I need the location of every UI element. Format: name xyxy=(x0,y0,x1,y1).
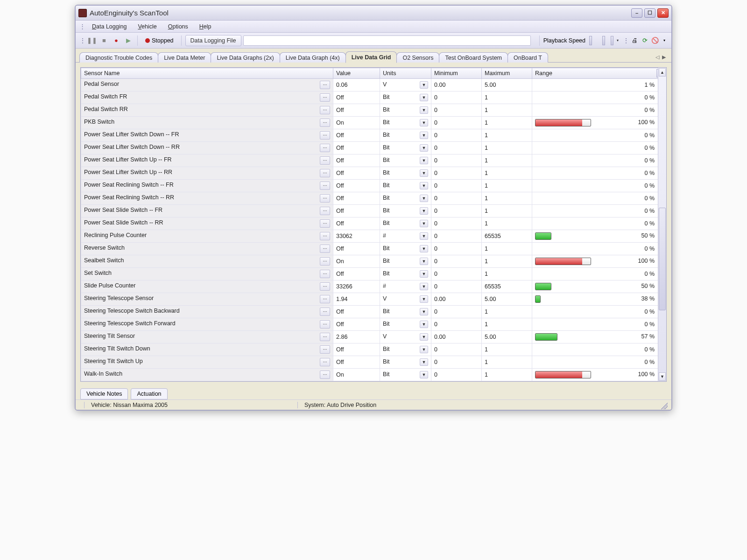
play-button[interactable]: ▶ xyxy=(123,36,134,45)
table-row[interactable]: Slide Pulse Counter···33266#▼06553550 % xyxy=(81,280,666,293)
table-row[interactable]: Sealbelt Switch···OnBit▼01100 % xyxy=(81,255,666,268)
menu-data-logging[interactable]: Data Logging xyxy=(87,22,131,31)
tab-live-data-grid[interactable]: Live Data Grid xyxy=(345,51,397,63)
table-row[interactable]: Set Switch···OffBit▼010 % xyxy=(81,268,666,280)
units-dropdown-icon[interactable]: ▼ xyxy=(420,144,428,152)
tab-live-data-graphs-2x-[interactable]: Live Data Graphs (2x) xyxy=(211,52,280,63)
scroll-down-icon[interactable]: ▼ xyxy=(659,372,666,381)
col-header-units[interactable]: Units xyxy=(380,68,431,79)
scroll-thumb[interactable] xyxy=(659,208,666,310)
tab-test-onboard-system[interactable]: Test OnBoard System xyxy=(439,52,508,63)
menu-options[interactable]: Options xyxy=(163,22,193,31)
stop-button[interactable]: ■ xyxy=(99,36,109,45)
units-dropdown-icon[interactable]: ▼ xyxy=(420,283,428,290)
tab-live-data-graph-4x-[interactable]: Live Data Graph (4x) xyxy=(280,52,346,63)
row-options-button[interactable]: ··· xyxy=(320,106,330,114)
row-options-button[interactable]: ··· xyxy=(320,182,330,190)
row-options-button[interactable]: ··· xyxy=(320,81,330,89)
table-row[interactable]: Power Seat Lifter Switch Up -- FR···OffB… xyxy=(81,154,666,167)
record-button[interactable]: ● xyxy=(111,36,121,45)
units-dropdown-icon[interactable]: ▼ xyxy=(420,106,428,114)
maximize-button[interactable]: ☐ xyxy=(644,8,655,18)
units-dropdown-icon[interactable]: ▼ xyxy=(420,308,428,315)
units-dropdown-icon[interactable]: ▼ xyxy=(420,94,428,101)
units-dropdown-icon[interactable]: ▼ xyxy=(420,220,428,227)
table-row[interactable]: Steering Tilt Switch Down···OffBit▼010 % xyxy=(81,343,666,356)
units-dropdown-icon[interactable]: ▼ xyxy=(420,371,428,378)
tab-scroll-right-icon[interactable]: ▶ xyxy=(662,54,666,60)
units-dropdown-icon[interactable]: ▼ xyxy=(420,258,428,265)
units-dropdown-icon[interactable]: ▼ xyxy=(420,157,428,164)
table-row[interactable]: Pedal Switch FR···OffBit▼010 % xyxy=(81,91,666,104)
print-icon[interactable]: 🖨 xyxy=(630,36,639,45)
row-options-button[interactable]: ··· xyxy=(320,93,330,102)
scroll-up-icon[interactable]: ▲ xyxy=(659,68,666,77)
row-options-button[interactable]: ··· xyxy=(320,219,330,228)
vertical-scrollbar[interactable]: ▲ ▼ xyxy=(658,68,666,381)
tab-live-data-meter[interactable]: Live Data Meter xyxy=(158,52,211,63)
units-dropdown-icon[interactable]: ▼ xyxy=(420,195,428,202)
table-row[interactable]: Power Seat Slide Switch -- FR···OffBit▼0… xyxy=(81,205,666,217)
units-dropdown-icon[interactable]: ▼ xyxy=(420,270,428,278)
menu-help[interactable]: Help xyxy=(195,22,216,31)
units-dropdown-icon[interactable]: ▼ xyxy=(420,346,428,353)
cancel-icon[interactable]: 🚫 xyxy=(651,36,659,45)
row-options-button[interactable]: ··· xyxy=(320,144,330,152)
units-dropdown-icon[interactable]: ▼ xyxy=(420,245,428,252)
bottom-tab-actuation[interactable]: Actuation xyxy=(131,388,167,399)
table-row[interactable]: Power Seat Lifter Switch Down -- FR···Of… xyxy=(81,129,666,142)
col-header-minimum[interactable]: Minimum xyxy=(431,68,482,79)
slider-dropdown-icon[interactable]: ▾ xyxy=(614,38,621,42)
col-header-sensor-name[interactable]: Sensor Name xyxy=(81,68,333,79)
units-dropdown-icon[interactable]: ▼ xyxy=(420,321,428,328)
table-row[interactable]: PKB Switch···OnBit▼01100 % xyxy=(81,117,666,129)
data-logging-file-field[interactable] xyxy=(243,35,531,46)
col-header-maximum[interactable]: Maximum xyxy=(482,68,532,79)
units-dropdown-icon[interactable]: ▼ xyxy=(420,182,428,189)
menu-vehicle[interactable]: Vehicle xyxy=(133,22,161,31)
units-dropdown-icon[interactable]: ▼ xyxy=(420,232,428,240)
row-options-button[interactable]: ··· xyxy=(320,295,330,303)
units-dropdown-icon[interactable]: ▼ xyxy=(420,169,428,177)
units-dropdown-icon[interactable]: ▼ xyxy=(420,295,428,303)
close-button[interactable]: ✕ xyxy=(657,8,669,18)
col-header-range[interactable]: Range xyxy=(532,68,666,79)
row-options-button[interactable]: ··· xyxy=(320,194,330,203)
toolbar-overflow-icon[interactable]: ▾ xyxy=(661,38,668,42)
row-options-button[interactable]: ··· xyxy=(320,308,330,316)
refresh-icon[interactable]: ⟳ xyxy=(641,36,649,45)
pause-button[interactable]: ❚❚ xyxy=(87,36,97,45)
table-row[interactable]: Steering Telescope Switch Backward···Off… xyxy=(81,306,666,318)
table-row[interactable]: Power Seat Reclining Switch -- RR···OffB… xyxy=(81,192,666,205)
units-dropdown-icon[interactable]: ▼ xyxy=(420,81,428,89)
row-options-button[interactable]: ··· xyxy=(320,257,330,266)
row-options-button[interactable]: ··· xyxy=(320,282,330,291)
table-row[interactable]: Reclining Pulse Counter···33062#▼0655355… xyxy=(81,230,666,243)
table-row[interactable]: Power Seat Lifter Switch Up -- RR···OffB… xyxy=(81,167,666,180)
table-row[interactable]: Steering Telescope Switch Forward···OffB… xyxy=(81,318,666,331)
table-row[interactable]: Power Seat Lifter Switch Down -- RR···Of… xyxy=(81,142,666,154)
tab-diagnostic-trouble-codes[interactable]: Diagnostic Trouble Codes xyxy=(79,52,158,63)
units-dropdown-icon[interactable]: ▼ xyxy=(420,333,428,341)
resize-grip-icon[interactable] xyxy=(659,401,668,409)
table-row[interactable]: Steering Telescope Sensor···1.94V▼0.005.… xyxy=(81,293,666,306)
row-options-button[interactable]: ··· xyxy=(320,131,330,140)
row-options-button[interactable]: ··· xyxy=(320,232,330,240)
units-dropdown-icon[interactable]: ▼ xyxy=(420,358,428,366)
table-row[interactable]: Power Seat Reclining Switch -- FR···OffB… xyxy=(81,180,666,192)
table-row[interactable]: Pedal Sensor···0.06V▼0.005.001 % xyxy=(81,79,666,91)
row-options-button[interactable]: ··· xyxy=(320,169,330,177)
table-row[interactable]: Power Seat Slide Switch -- RR···OffBit▼0… xyxy=(81,217,666,230)
row-options-button[interactable]: ··· xyxy=(320,270,330,278)
table-row[interactable]: Steering Tilt Sensor···2.86V▼0.005.0057 … xyxy=(81,331,666,343)
row-options-button[interactable]: ··· xyxy=(320,358,330,366)
data-logging-file-button[interactable]: Data Logging File xyxy=(185,35,241,46)
minimize-button[interactable]: – xyxy=(631,8,642,18)
playback-speed-slider[interactable]: ▾ xyxy=(589,36,621,45)
units-dropdown-icon[interactable]: ▼ xyxy=(420,132,428,139)
bottom-tab-vehicle-notes[interactable]: Vehicle Notes xyxy=(80,388,128,399)
tab-onboard-t[interactable]: OnBoard T xyxy=(507,52,548,63)
row-options-button[interactable]: ··· xyxy=(320,207,330,215)
row-options-button[interactable]: ··· xyxy=(320,345,330,354)
row-options-button[interactable]: ··· xyxy=(320,119,330,127)
